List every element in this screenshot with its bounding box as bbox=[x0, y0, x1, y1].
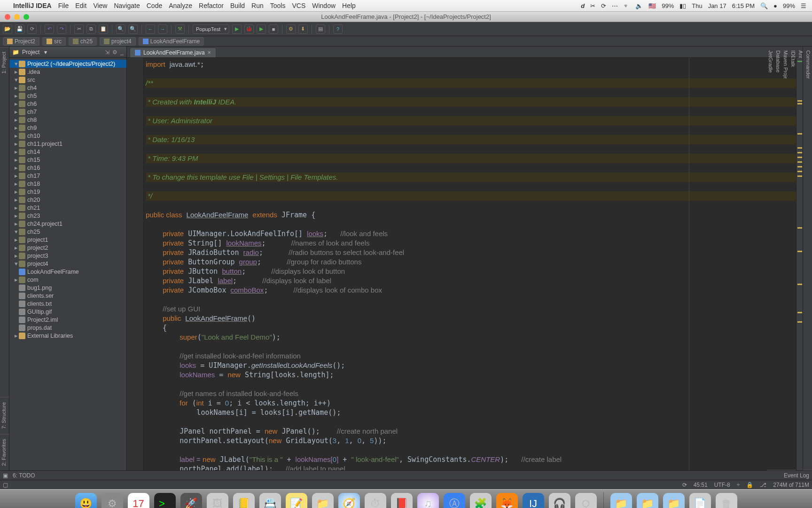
insert-mode-icon[interactable]: ÷ bbox=[737, 482, 740, 488]
menu-refactor[interactable]: Refactor bbox=[199, 2, 224, 9]
marker[interactable] bbox=[797, 171, 802, 172]
dock-app[interactable]: 📄 bbox=[689, 493, 711, 508]
replace-icon[interactable]: 🔍 bbox=[128, 24, 138, 34]
tree-row[interactable]: ▸ch14 bbox=[9, 148, 126, 156]
tree-row[interactable]: ▾Project2 (~/IdeaProjects/Project2) bbox=[9, 60, 126, 68]
tree-row[interactable]: ▸ch7 bbox=[9, 108, 126, 116]
window-popup-icon[interactable]: ▣ bbox=[3, 472, 8, 479]
git-icon[interactable]: ⎇ bbox=[760, 482, 766, 488]
tree-row[interactable]: ▾ch25 bbox=[9, 228, 126, 236]
scissors-icon[interactable]: ✂ bbox=[590, 2, 595, 9]
menu-help[interactable]: Help bbox=[342, 2, 356, 9]
sync-icon[interactable]: ⟳ bbox=[27, 24, 37, 34]
dock-appstore[interactable]: Ⓐ bbox=[444, 493, 465, 508]
menu-file[interactable]: File bbox=[58, 2, 69, 9]
paste-icon[interactable]: 📋 bbox=[99, 24, 108, 34]
menu-code[interactable]: Code bbox=[147, 2, 162, 9]
dock-app[interactable]: ⏱ bbox=[365, 493, 386, 508]
stop-icon[interactable]: ■ bbox=[269, 24, 278, 34]
dock-itunes[interactable]: ♫ bbox=[417, 493, 439, 508]
undo-icon[interactable]: ↶ bbox=[45, 24, 54, 34]
dock-finder[interactable]: 😃 bbox=[75, 493, 97, 508]
menu-run[interactable]: Run bbox=[251, 2, 264, 9]
status-d-icon[interactable]: d bbox=[581, 2, 585, 9]
tab-structure[interactable]: 7: Structure bbox=[0, 397, 9, 434]
crumb-src[interactable]: src bbox=[42, 37, 66, 46]
dock-app[interactable]: 📇 bbox=[259, 493, 281, 508]
tree-row[interactable]: ▸ch17 bbox=[9, 172, 126, 180]
tree-row[interactable]: ▸ch15 bbox=[9, 156, 126, 164]
marker-stripe[interactable] bbox=[796, 58, 803, 470]
lock-icon[interactable]: 🔒 bbox=[746, 482, 753, 488]
tree-row[interactable]: ▸project1 bbox=[9, 236, 126, 244]
marker[interactable] bbox=[797, 251, 802, 252]
dock-firefox[interactable]: 🦊 bbox=[496, 493, 518, 508]
dock-app[interactable]: ⚙ bbox=[102, 493, 123, 508]
more-icon[interactable]: ⋯ bbox=[612, 2, 618, 9]
menu-build[interactable]: Build bbox=[230, 2, 245, 9]
tree-row[interactable]: ▸ch9 bbox=[9, 124, 126, 132]
notif-icon[interactable]: ☰ bbox=[801, 2, 806, 9]
close-window-icon[interactable] bbox=[5, 14, 10, 20]
marker[interactable] bbox=[797, 147, 802, 149]
menu-navigate[interactable]: Navigate bbox=[114, 2, 140, 9]
menu-analyze[interactable]: Analyze bbox=[169, 2, 192, 9]
tree-row[interactable]: ▸ch8 bbox=[9, 116, 126, 124]
tab-commander[interactable]: Commander bbox=[804, 47, 812, 470]
project-tree[interactable]: ▾Project2 (~/IdeaProjects/Project2)▸.ide… bbox=[9, 58, 126, 470]
dock-app[interactable]: 📒 bbox=[233, 493, 255, 508]
tree-row[interactable]: ▸ch24.project1 bbox=[9, 220, 126, 228]
tree-row[interactable]: ▾project4 bbox=[9, 260, 126, 268]
dock-app[interactable]: 🧩 bbox=[470, 493, 492, 508]
menu-tools[interactable]: Tools bbox=[270, 2, 286, 9]
marker[interactable] bbox=[797, 161, 802, 163]
dock-launchpad[interactable]: 🚀 bbox=[180, 493, 202, 508]
wifi-icon[interactable]: ᯤ bbox=[624, 2, 630, 9]
encoding[interactable]: UTF-8 bbox=[714, 482, 730, 488]
tree-row[interactable]: LookAndFeelFrame bbox=[9, 268, 126, 276]
chevron-down-icon[interactable]: ▾ bbox=[44, 49, 47, 56]
marker[interactable] bbox=[797, 61, 802, 62]
tree-row[interactable]: GUItip.gif bbox=[9, 308, 126, 316]
marker[interactable] bbox=[797, 133, 802, 135]
marker[interactable] bbox=[797, 227, 802, 229]
cut-icon[interactable]: ✂ bbox=[74, 24, 84, 34]
dock-folder[interactable]: 📁 bbox=[610, 493, 632, 508]
crumb-ch25[interactable]: ch25 bbox=[69, 37, 97, 46]
dock-app[interactable]: 📁 bbox=[312, 493, 334, 508]
marker[interactable] bbox=[797, 152, 802, 153]
tree-row[interactable]: ▸ch10 bbox=[9, 132, 126, 140]
crumb-class[interactable]: LookAndFeelFrame bbox=[139, 37, 204, 46]
avd-icon[interactable]: ⚙ bbox=[286, 24, 296, 34]
tree-row[interactable]: ▾src bbox=[9, 76, 126, 84]
menu-view[interactable]: View bbox=[93, 2, 107, 9]
find-icon[interactable]: 🔍 bbox=[116, 24, 125, 34]
zoom-window-icon[interactable] bbox=[23, 14, 29, 20]
editor-tab[interactable]: LookAndFeelFrame.java × bbox=[130, 48, 216, 57]
dock-app[interactable]: 🖼 bbox=[207, 493, 228, 508]
sdk-icon[interactable]: ⬇ bbox=[298, 24, 308, 34]
debug-icon[interactable]: 🐞 bbox=[244, 24, 254, 34]
tree-row[interactable]: ▸.idea bbox=[9, 68, 126, 76]
open-icon[interactable]: 📂 bbox=[3, 24, 12, 34]
run-icon[interactable]: ▶ bbox=[232, 24, 242, 34]
dock-calendar[interactable]: 17 bbox=[128, 493, 149, 508]
make-icon[interactable]: ⚒ bbox=[175, 24, 185, 34]
tree-row[interactable]: ▸project3 bbox=[9, 252, 126, 260]
tab-project[interactable]: 1: Project bbox=[0, 47, 9, 78]
tree-row[interactable]: ▸ch23 bbox=[9, 212, 126, 220]
tree-row[interactable]: ▸ch21 bbox=[9, 204, 126, 212]
menu-window[interactable]: Window bbox=[312, 2, 336, 9]
tree-row[interactable]: clients.ser bbox=[9, 292, 126, 300]
marker[interactable] bbox=[797, 284, 802, 285]
tree-row[interactable]: ▸project2 bbox=[9, 244, 126, 252]
dock-safari[interactable]: 🧭 bbox=[338, 493, 360, 508]
dock-quicktime[interactable]: Q bbox=[575, 493, 597, 508]
flag-icon[interactable]: 🇺🇸 bbox=[648, 2, 656, 9]
tree-row[interactable]: Project2.iml bbox=[9, 316, 126, 324]
tree-row[interactable]: props.dat bbox=[9, 324, 126, 332]
marker[interactable] bbox=[797, 321, 802, 323]
tab-todo[interactable]: 6: TODO bbox=[13, 472, 35, 479]
structure-icon[interactable]: ▤ bbox=[316, 24, 325, 34]
dock-app[interactable]: 🎧 bbox=[549, 493, 570, 508]
